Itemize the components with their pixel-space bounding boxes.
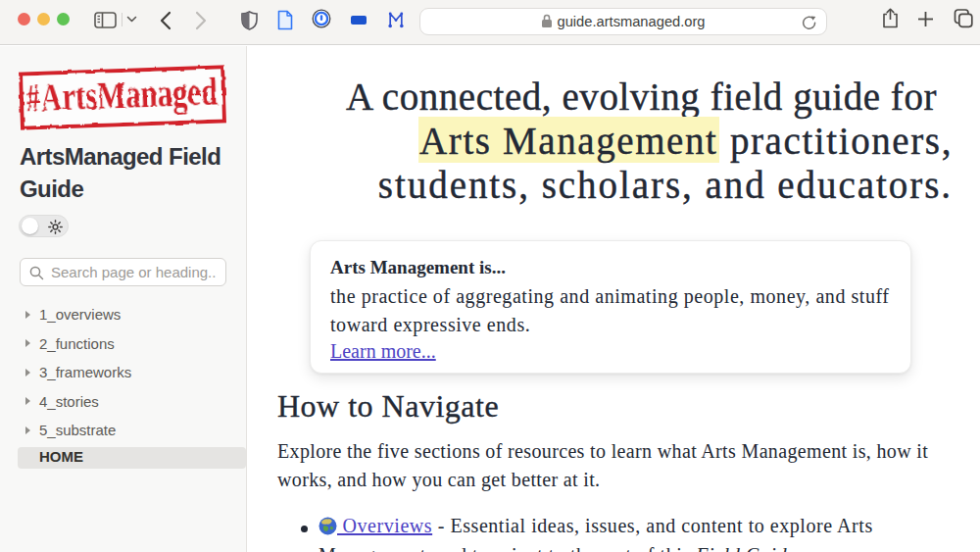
svg-text:#ArtsManaged: #ArtsManaged bbox=[24, 69, 219, 121]
